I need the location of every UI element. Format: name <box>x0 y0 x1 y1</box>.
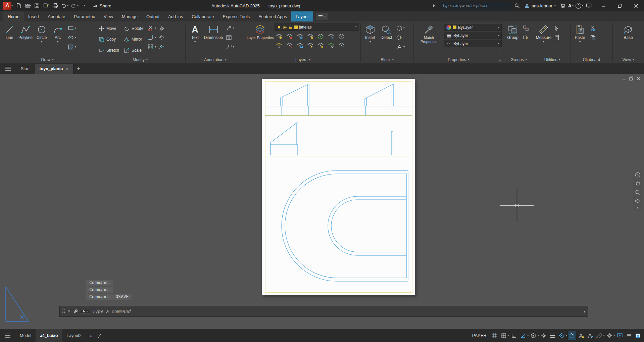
detect-button[interactable]: Detect <box>378 22 394 56</box>
quick-calc-button[interactable] <box>554 34 560 42</box>
ungroup-button[interactable] <box>523 24 529 32</box>
scale-tool-button[interactable]: Scale <box>121 45 146 55</box>
circle-caret-icon[interactable]: ▾ <box>41 41 42 43</box>
panel-label-block[interactable]: Block▾ <box>361 56 413 63</box>
selection-cycling-icon[interactable] <box>568 332 576 340</box>
panel-label-view[interactable]: View▾ <box>613 56 644 63</box>
close-button[interactable] <box>628 0 644 11</box>
annotation-scale-icon[interactable] <box>595 332 603 340</box>
open-folder-icon[interactable] <box>23 1 32 11</box>
search-input[interactable] <box>442 3 509 8</box>
help-button[interactable]: ?▾ <box>575 1 584 11</box>
fillet-tool-button[interactable]: ▾ <box>148 34 156 42</box>
new-layout-button[interactable]: + <box>86 333 96 339</box>
minimize-button[interactable] <box>596 0 612 11</box>
block-attributes-button[interactable]: ▾ <box>396 43 405 51</box>
tab-start[interactable]: Start <box>16 64 35 74</box>
move-tool-button[interactable]: Move <box>96 23 121 34</box>
panel-label-annotation[interactable]: Annotation▾ <box>186 56 245 63</box>
tab-annotate[interactable]: Annotate <box>43 11 69 21</box>
hatch-tool-button[interactable]: ▾ <box>68 43 76 51</box>
annotation-monitor-icon[interactable] <box>615 332 624 340</box>
app-store-cart-icon[interactable] <box>558 1 567 11</box>
command-close-icon[interactable]: × <box>68 309 70 314</box>
layer-match-properties-button[interactable] <box>285 41 294 49</box>
close-tab-icon[interactable]: × <box>66 66 68 71</box>
autodesk-account-button[interactable]: A▾ <box>567 1 575 11</box>
restore-button[interactable] <box>612 0 628 11</box>
command-expand-icon[interactable]: ▴ <box>584 310 585 313</box>
insert-block-button[interactable]: Insert ▾ <box>362 22 378 56</box>
polyline-tool-button[interactable]: Polyline <box>17 22 34 56</box>
drawing-close-icon[interactable] <box>637 77 641 81</box>
layout-tabs-menu-button[interactable] <box>0 329 15 342</box>
workspace-switching-icon[interactable] <box>605 332 613 340</box>
tab-add-ins[interactable]: Add-ins <box>164 11 187 21</box>
mirror-tool-button[interactable]: Mirror <box>121 34 146 44</box>
qat-customize-icon[interactable]: ▾ <box>80 1 89 11</box>
insert-caret-icon[interactable]: ▾ <box>369 41 371 43</box>
cut-clip-button[interactable] <box>590 24 596 32</box>
group-button[interactable]: Group <box>505 22 521 56</box>
layer-make-current-button[interactable] <box>275 41 284 49</box>
isodraft-icon[interactable] <box>529 332 538 340</box>
array-tool-button[interactable]: ▾ <box>148 43 156 51</box>
layer-on-all-button[interactable] <box>327 41 336 49</box>
leader-tool-button[interactable]: ▾ <box>226 24 234 32</box>
share-button[interactable]: Share <box>89 1 115 11</box>
command-drag-handle[interactable] <box>62 309 65 313</box>
erase-tool-button[interactable] <box>159 24 165 32</box>
drawing-restore-icon[interactable] <box>629 77 633 81</box>
stretch-tool-button[interactable]: Stretch <box>96 45 121 55</box>
recent-commands-button[interactable]: ▾ <box>81 309 90 313</box>
dimension-tool-button[interactable]: Dimension <box>203 22 224 56</box>
panel-label-properties[interactable]: Properties▾↘ <box>414 56 503 63</box>
annotation-more-button[interactable]: ▾ <box>226 43 234 51</box>
search-box[interactable] <box>440 2 511 9</box>
command-customize-wrench-icon[interactable] <box>73 309 78 314</box>
base-view-button[interactable]: Base <box>620 22 636 56</box>
trim-tool-button[interactable]: ▾ <box>148 24 156 32</box>
layer-dropdown[interactable]: janelas ▾ <box>275 23 359 31</box>
tab-parametric[interactable]: Parametric <box>69 11 99 21</box>
explode-tool-button[interactable] <box>159 34 165 42</box>
layer-lock-button[interactable] <box>306 32 315 41</box>
tab-view[interactable]: View <box>99 11 117 21</box>
paper-space-button[interactable]: PAPER <box>469 333 490 338</box>
measure-caret-icon[interactable]: ▾ <box>543 41 544 43</box>
file-tabs-menu-button[interactable] <box>0 64 16 74</box>
plot-icon[interactable] <box>51 1 59 11</box>
panel-label-layers[interactable]: Layers▾ <box>245 56 360 63</box>
new-file-icon[interactable] <box>14 1 23 11</box>
lineweight-dropdown[interactable]: ByLayer ▾ <box>444 32 502 39</box>
layer-prev-button[interactable] <box>327 32 336 41</box>
autoscale-icon[interactable] <box>586 332 594 340</box>
layer-freeze-button[interactable] <box>295 32 305 41</box>
clean-screen-icon[interactable] <box>634 332 642 340</box>
layer-thaw-all-button[interactable] <box>306 41 315 49</box>
copy-tool-button[interactable]: Copy <box>96 34 121 44</box>
circle-tool-button[interactable]: Circle ▾ <box>34 22 50 56</box>
layer-properties-button[interactable]: Layer Properties <box>247 22 274 56</box>
rectangle-tool-button[interactable]: ▾ <box>68 24 76 32</box>
save-as-icon[interactable] <box>42 1 50 11</box>
tab-home[interactable]: Home <box>3 11 24 21</box>
rotate-tool-button[interactable]: Rotate <box>121 23 146 34</box>
panel-label-draw[interactable]: Draw▾ <box>0 56 95 63</box>
app-menu-button[interactable]: A ▾ <box>2 0 14 11</box>
snap-mode-icon[interactable] <box>500 332 508 340</box>
tab-toyo-planta[interactable]: toyo_planta × <box>35 64 73 74</box>
match-properties-button[interactable]: Match Properties <box>415 22 443 56</box>
edit-block-button[interactable] <box>396 34 405 42</box>
navbar-more-icon[interactable]: ▾ <box>637 207 638 209</box>
arc-caret-icon[interactable]: ▾ <box>57 41 58 43</box>
tab-output[interactable]: Output <box>142 11 164 21</box>
paste-button[interactable]: Paste ▾ <box>572 22 588 56</box>
paste-caret-icon[interactable]: ▾ <box>579 41 581 43</box>
zoom-icon[interactable] <box>635 189 641 195</box>
object-color-dropdown[interactable]: ByLayer ▾ <box>444 24 502 31</box>
model-tab[interactable]: Model <box>15 329 36 342</box>
group-edit-button[interactable] <box>523 34 529 42</box>
create-block-button[interactable]: ▾ <box>396 24 405 32</box>
navigation-wheel-icon[interactable] <box>635 172 641 178</box>
